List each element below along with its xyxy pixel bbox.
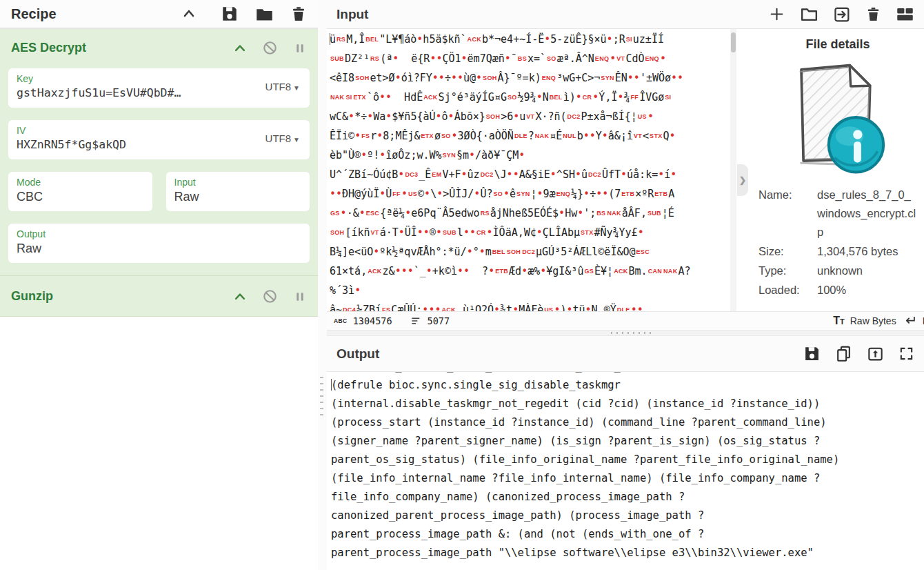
input-line: %´3ì• [330,281,730,300]
control-char-marker: SUB [647,210,662,217]
control-char-marker: DLE [616,306,631,311]
collapse-op-icon[interactable] [233,41,247,55]
character-encoding-value[interactable]: Raw Bytes [850,315,896,326]
open-input-icon[interactable] [833,6,851,23]
operation-aes-header: AES Decrypt [0,29,318,66]
pause-op-icon[interactable] [293,290,307,304]
save-output-icon[interactable] [803,345,821,362]
copy-output-icon[interactable] [835,345,852,362]
collapse-all-icon[interactable] [181,6,197,22]
input-textarea[interactable]: üRSM,ÎBEL"L¥¶áò•h5ä$kñ`ACKb*¬e4+~Í-Ë•5-z… [330,30,730,311]
divider-grip-icon[interactable] [320,377,323,415]
control-char-marker: VT [525,113,535,120]
disable-op-icon[interactable] [262,40,278,56]
divider-grip-icon[interactable] [611,332,652,334]
output-line: parent_process_image_path "\\elipse soft… [331,544,924,562]
input-line: GS•·&•ESC{ªë¼•e6Pq¨Â5edwoRSåjNheß5EÓÉ$•H… [330,204,730,223]
input-line: SUBDZ²¹RS(ª• ë{R••ÇÖ1•ëm7Qæñ•¯BSx=`SOæª.… [330,49,730,68]
collapse-op-icon[interactable] [233,290,247,304]
chevron-right-icon: ❯ [739,175,746,185]
control-char-marker: ACK [423,94,438,101]
control-char-marker: ACK [441,306,456,311]
input-title: Input [337,7,368,22]
key-encoding-dropdown[interactable]: UTF8▼ [265,81,300,92]
output-textarea[interactable]: (canonized_process_image_path ?process_i… [327,372,924,570]
line-count-icon [410,315,423,327]
operation-aes-decrypt[interactable]: AES Decrypt Key gstHaxzjfuS1u=EsVU#QbD#…… [0,29,318,276]
control-char-marker: VT [616,55,625,62]
input-scrollbar[interactable] [730,29,736,311]
control-char-marker: NAK [663,268,678,275]
control-char-marker: US [543,306,554,311]
open-folder-icon[interactable] [800,5,818,23]
control-char-marker: ENQ [644,55,659,62]
iv-label: IV [17,125,301,137]
file-detail-value: unknown [817,262,917,280]
control-char-marker: BS [596,210,606,217]
control-char-marker: STX [580,229,594,236]
control-char-marker: EM [431,171,442,178]
key-field[interactable]: Key gstHaxzjfuS1u=EsVU#QbD#… UTF8▼ [8,68,310,108]
disable-op-icon[interactable] [262,288,278,304]
file-detail-value: 100% [817,281,917,299]
file-details-card: File details [750,29,924,311]
control-char-marker: ETX [421,132,434,139]
line-count: 5077 [428,315,450,326]
control-char-marker: BEL [549,94,563,101]
output-header: Output [327,336,924,372]
control-char-marker: ENQ [556,190,571,197]
file-detail-label: Size: [759,242,817,261]
input-line: B¼]e<üO•ºk½ªqvÆÅh°:*ü/•°•mBELSOHDC2µGÚ³5… [330,242,730,262]
control-char-marker: SOH [485,113,501,120]
io-divider[interactable] [327,330,924,336]
operation-aes-args: Key gstHaxzjfuS1u=EsVU#QbD#… UTF8▼ IV HX… [0,66,318,275]
control-char-marker: SUB [330,55,345,62]
output-line: (internal.disable_taskmgr_not_regedit (c… [331,395,924,413]
eol-arrow-icon [902,313,917,328]
scrollbar-thumb[interactable] [731,32,736,52]
control-char-marker: BEL [365,36,379,43]
operation-gunzip[interactable]: Gunzip [0,276,318,317]
iv-field[interactable]: IV HXZnRN5f*Gg$akQD UTF8▼ [8,120,310,159]
key-input[interactable]: gstHaxzjfuS1u=EsVU#QbD#… [17,85,301,101]
output-type-field[interactable]: Output Raw [8,224,310,263]
input-type-field[interactable]: Input Raw [166,172,310,211]
control-char-marker: GS [583,268,594,275]
mode-select[interactable]: CBC [17,188,144,205]
control-char-marker: ESC [636,248,650,255]
input-line: wC&•*÷•Wa•$¥ñ5{àÚ•ô•Ábõ×}SOH>6•uVTX·?ñ(D… [330,107,730,126]
output-line: (process_start (instance_id ?instance_id… [331,413,924,432]
collapse-panel-tab[interactable]: ❯ [737,164,748,196]
load-recipe-icon[interactable] [255,5,274,23]
input-type-select[interactable]: Raw [174,188,302,205]
file-detail-value: dse_rules_8_7_0_windows_encrypt.clp [817,186,917,242]
replace-input-icon[interactable] [867,345,884,362]
output-line: (defrule bioc.sync.single_sig_disable_ta… [331,376,924,395]
control-char-marker: STX [649,132,663,139]
iv-encoding-dropdown[interactable]: UTF8▼ [265,132,300,144]
output-type-select[interactable]: Raw [17,240,301,257]
panel-divider-vertical[interactable] [318,0,327,570]
maximise-output-icon[interactable] [898,346,914,362]
control-char-marker: SYN [516,190,530,197]
layout-icon[interactable] [896,5,914,23]
add-tab-icon[interactable] [768,6,785,23]
control-char-marker: FF [392,190,401,197]
mode-field[interactable]: Mode CBC [8,172,152,211]
input-type-label: Input [174,177,302,188]
clear-recipe-icon[interactable] [290,6,307,22]
control-char-marker: SOH [330,229,345,236]
chevron-down-icon: ▼ [293,84,300,92]
control-char-marker: RS [370,55,380,62]
control-char-marker: SUB [442,229,457,236]
control-char-marker: ENQ [541,75,556,81]
control-char-marker: BEL [492,248,506,255]
pause-op-icon[interactable] [293,41,307,55]
control-char-marker: SI [345,94,352,101]
control-char-marker: ETX [353,94,367,101]
control-char-marker: VT [633,132,643,139]
output-line: parent_process_image_path &: (and (not (… [331,525,924,544]
iv-input[interactable]: HXZnRN5f*Gg$akQD [17,137,301,153]
save-recipe-icon[interactable] [221,5,239,23]
delete-input-icon[interactable] [865,6,881,22]
